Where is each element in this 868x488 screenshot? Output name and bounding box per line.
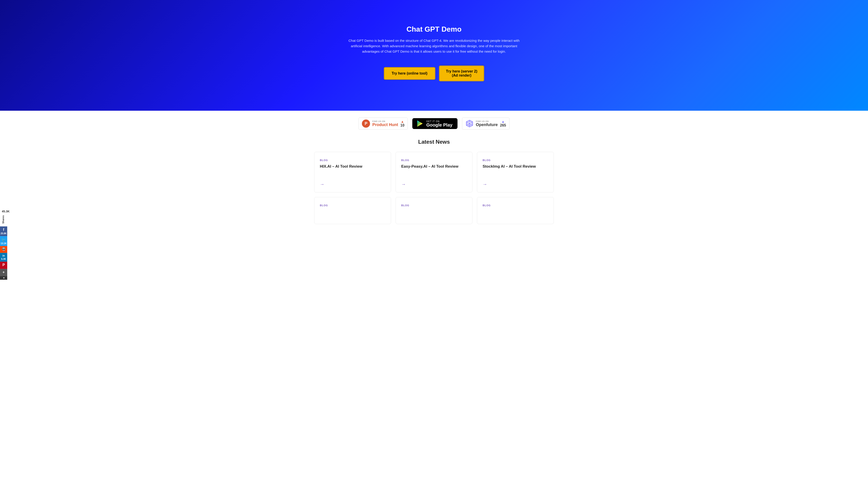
facebook-share-button[interactable]: f 25.8K <box>0 226 7 233</box>
of-name: Openfuture <box>476 123 498 127</box>
facebook-icon: f <box>3 228 4 232</box>
news-card-2[interactable]: BLOG Easy-Peasy.AI – AI Tool Review → <box>396 152 472 193</box>
news-grid-row2: BLOG BLOG BLOG <box>314 197 554 224</box>
googleplay-badge[interactable]: GET IT ON Google Play <box>412 118 458 129</box>
news-card-3-badge: BLOG <box>483 159 548 162</box>
news-section-title: Latest News <box>314 139 554 145</box>
hero-title: Chat GPT Demo <box>406 25 462 33</box>
hero-section: Chat GPT Demo Chat GPT Demo is built bas… <box>0 0 868 111</box>
news-card-3-arrow: → <box>483 182 548 187</box>
news-card-2-title: Easy-Peasy.AI – AI Tool Review <box>401 164 467 169</box>
news-card-3-title: StockImg AI – AI Tool Review <box>483 164 548 169</box>
news-section: Latest News BLOG HIX.AI – AI Tool Review… <box>310 136 558 233</box>
producthunt-text: FIND US ON Product Hunt <box>372 120 398 127</box>
news-card-1-arrow: → <box>320 182 385 187</box>
facebook-count: 25.8K <box>1 232 7 233</box>
news-card-1[interactable]: BLOG HIX.AI – AI Tool Review → <box>314 152 391 193</box>
try-server2-line1: Try here (server 2) <box>446 69 477 73</box>
news-card-2-badge: BLOG <box>401 159 467 162</box>
openfuture-text: FIND US ON Openfuture <box>476 120 498 127</box>
googleplay-icon <box>416 120 424 127</box>
producthunt-badge[interactable]: P FIND US ON Product Hunt ▲ 10 <box>359 118 408 130</box>
ph-triangle-icon: ▲ <box>401 120 404 123</box>
hero-buttons: Try here (online tool) Try here (server … <box>384 66 485 81</box>
try-server2-button[interactable]: Try here (server 2) (Ad render) <box>439 66 485 81</box>
ph-find-label: FIND US ON <box>372 120 398 123</box>
try-server2-line2: (Ad render) <box>452 73 471 77</box>
openfuture-icon <box>465 120 473 128</box>
of-find-label: FIND US ON <box>476 120 498 123</box>
hero-description: Chat GPT Demo is built based on the stru… <box>348 38 520 54</box>
openfuture-badge[interactable]: FIND US ON Openfuture ▲ 265 <box>462 118 509 130</box>
total-shares-count: 45.3K <box>1 209 11 214</box>
social-sidebar: 45.3K Shares f 25.8K 🐦 13.1K 👽 in 6.3K P… <box>0 208 11 233</box>
news-card-4-badge: BLOG <box>320 204 385 207</box>
try-online-button[interactable]: Try here (online tool) <box>384 67 435 80</box>
news-card-3[interactable]: BLOG StockImg AI – AI Tool Review → <box>477 152 554 193</box>
news-grid-row1: BLOG HIX.AI – AI Tool Review → BLOG Easy… <box>314 152 554 193</box>
of-count: 265 <box>500 123 506 127</box>
svg-marker-0 <box>417 121 423 127</box>
news-card-5[interactable]: BLOG <box>396 197 472 224</box>
ph-letter: P <box>365 121 367 126</box>
news-card-1-title: HIX.AI – AI Tool Review <box>320 164 385 169</box>
news-card-2-arrow: → <box>401 182 467 187</box>
shares-label: Shares <box>1 214 5 225</box>
badges-section: P FIND US ON Product Hunt ▲ 10 <box>0 111 868 136</box>
news-card-4[interactable]: BLOG <box>314 197 391 224</box>
ph-count-section: ▲ 10 <box>400 120 404 127</box>
of-count-section: ▲ 265 <box>500 120 506 127</box>
ph-name: Product Hunt <box>372 123 398 127</box>
ph-count: 10 <box>400 123 404 127</box>
news-card-5-badge: BLOG <box>401 204 467 207</box>
gp-get-label: GET IT ON <box>426 120 453 123</box>
producthunt-icon: P <box>362 120 370 128</box>
news-card-6[interactable]: BLOG <box>477 197 554 224</box>
of-triangle-icon: ▲ <box>501 120 504 123</box>
googleplay-text: GET IT ON Google Play <box>426 120 453 127</box>
news-card-1-badge: BLOG <box>320 159 385 162</box>
gp-name: Google Play <box>426 123 453 127</box>
news-card-6-badge: BLOG <box>483 204 548 207</box>
